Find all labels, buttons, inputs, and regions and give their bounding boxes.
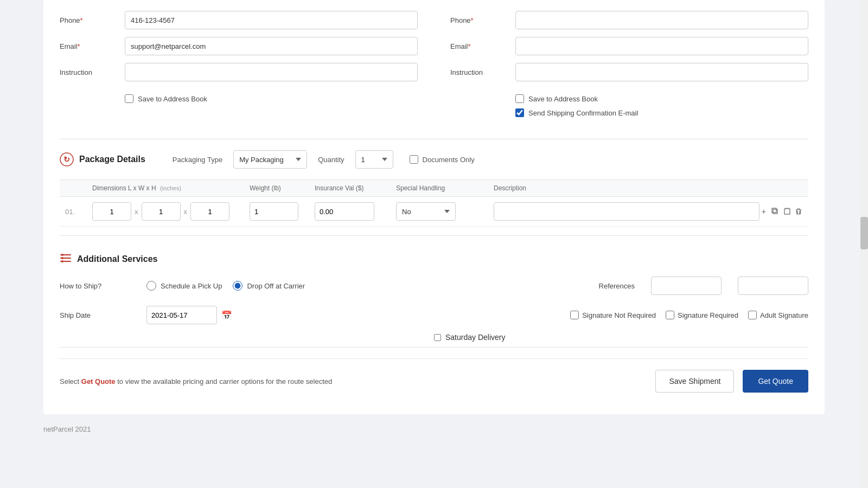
calendar-icon[interactable]: 📅 bbox=[221, 310, 232, 320]
col-insurance: Insurance Val ($) bbox=[315, 184, 396, 192]
packaging-type-select[interactable]: My Packaging FedEx Box FedEx Envelope UP… bbox=[233, 150, 307, 169]
insurance-cell bbox=[315, 202, 396, 221]
send-confirmation-label[interactable]: Send Shipping Confirmation E-mail bbox=[528, 109, 638, 117]
description-cell bbox=[494, 202, 760, 221]
adult-signature-label[interactable]: Adult Signature bbox=[760, 311, 808, 319]
drop-off-label[interactable]: Drop Off at Carrier bbox=[247, 282, 305, 290]
package-table: Dimensions L x W x H (inches) Weight (lb… bbox=[60, 179, 808, 227]
insurance-input[interactable] bbox=[315, 202, 374, 221]
svg-point-12 bbox=[61, 260, 63, 262]
divider-3 bbox=[60, 347, 808, 348]
scrollbar-track[interactable] bbox=[860, 0, 868, 488]
saturday-delivery-label[interactable]: Saturday Delivery bbox=[445, 333, 506, 342]
weight-input[interactable] bbox=[250, 202, 298, 221]
how-to-ship-group: Schedule a Pick Up Drop Off at Carrier bbox=[146, 281, 305, 291]
svg-text:↻: ↻ bbox=[63, 155, 70, 164]
additional-icon bbox=[60, 252, 72, 266]
left-save-address-label[interactable]: Save to Address Book bbox=[138, 95, 207, 103]
paste-row-button[interactable] bbox=[783, 204, 792, 219]
svg-rect-2 bbox=[773, 209, 777, 214]
documents-only-checkbox[interactable] bbox=[410, 155, 418, 164]
signature-not-required-checkbox[interactable] bbox=[570, 311, 579, 319]
table-row: 01. x x No Yes bbox=[60, 197, 808, 227]
row-actions: + bbox=[760, 204, 803, 219]
svg-point-11 bbox=[61, 257, 63, 259]
additional-services-header: Additional Services bbox=[60, 252, 808, 266]
col-dimensions: Dimensions L x W x H (inches) bbox=[92, 184, 250, 192]
schedule-pickup-label[interactable]: Schedule a Pick Up bbox=[161, 282, 222, 290]
adult-signature-checkbox[interactable] bbox=[748, 311, 757, 319]
dimensions-cell: x x bbox=[92, 202, 250, 221]
right-phone-label: Phone* bbox=[450, 16, 515, 24]
right-checkboxes: Save to Address Book Send Shipping Confi… bbox=[450, 89, 808, 123]
save-shipment-button[interactable]: Save Shipment bbox=[655, 370, 734, 393]
right-phone-input[interactable] bbox=[515, 11, 808, 29]
divider-1 bbox=[60, 139, 808, 139]
right-email-input[interactable] bbox=[515, 37, 808, 55]
ship-date-group: 📅 bbox=[146, 306, 232, 324]
right-save-address-label[interactable]: Save to Address Book bbox=[528, 95, 598, 103]
reference1-input[interactable] bbox=[651, 277, 722, 295]
left-email-input[interactable] bbox=[125, 37, 418, 55]
left-phone-label: Phone* bbox=[60, 16, 125, 24]
copy-row-button[interactable] bbox=[771, 204, 780, 219]
right-phone-row: Phone* bbox=[450, 11, 808, 29]
bottom-bar: Select Get Quote to view the available p… bbox=[60, 358, 808, 393]
get-quote-info-link[interactable]: Get Quote bbox=[81, 377, 116, 386]
left-save-address-checkbox[interactable] bbox=[125, 94, 133, 103]
footer-brand: netParcel bbox=[43, 425, 73, 433]
svg-point-10 bbox=[61, 254, 63, 256]
schedule-pickup-radio[interactable] bbox=[146, 281, 156, 291]
saturday-delivery-checkbox[interactable] bbox=[434, 334, 441, 341]
col-actions bbox=[760, 184, 803, 192]
right-instruction-row: Instruction bbox=[450, 63, 808, 81]
left-instruction-input[interactable] bbox=[125, 63, 418, 81]
get-quote-button[interactable]: Get Quote bbox=[743, 370, 808, 393]
package-details-title: Package Details bbox=[79, 155, 145, 164]
how-to-ship-label: How to Ship? bbox=[60, 282, 146, 290]
length-input[interactable] bbox=[92, 202, 131, 221]
svg-rect-3 bbox=[772, 208, 776, 213]
signature-required-label[interactable]: Signature Required bbox=[678, 311, 738, 319]
right-email-row: Email* bbox=[450, 37, 808, 55]
special-handling-select[interactable]: No Yes bbox=[396, 202, 456, 221]
row-number: 01. bbox=[65, 208, 92, 216]
ship-date-input[interactable] bbox=[146, 306, 217, 324]
description-input[interactable] bbox=[494, 202, 760, 221]
package-icon: ↻ bbox=[60, 152, 74, 166]
col-num bbox=[65, 184, 92, 192]
quantity-label: Quantity bbox=[318, 156, 344, 164]
special-handling-cell: No Yes bbox=[396, 202, 494, 221]
left-instruction-row: Instruction bbox=[60, 63, 418, 81]
left-instruction-label: Instruction bbox=[60, 68, 125, 76]
send-confirmation-checkbox[interactable] bbox=[515, 108, 524, 117]
scrollbar-thumb[interactable] bbox=[860, 217, 868, 249]
col-special-handling: Special Handling bbox=[396, 184, 494, 192]
left-phone-input[interactable] bbox=[125, 11, 418, 29]
right-email-label: Email* bbox=[450, 42, 515, 50]
x-sep-1: x bbox=[135, 208, 138, 216]
left-save-address-row: Save to Address Book bbox=[60, 89, 418, 108]
footer: netParcel 2021 bbox=[0, 414, 868, 444]
signature-required-checkbox[interactable] bbox=[666, 311, 674, 319]
packaging-type-label: Packaging Type bbox=[173, 156, 222, 164]
add-row-button[interactable]: + bbox=[760, 204, 768, 219]
ship-date-label: Ship Date bbox=[60, 311, 146, 319]
drop-off-radio[interactable] bbox=[233, 281, 242, 291]
documents-only-label[interactable]: Documents Only bbox=[423, 156, 475, 164]
signature-group: Signature Not Required Signature Require… bbox=[570, 311, 808, 319]
footer-year: 2021 bbox=[75, 425, 91, 433]
right-instruction-label: Instruction bbox=[450, 68, 515, 76]
references-group: References bbox=[599, 277, 808, 295]
x-sep-2: x bbox=[184, 208, 188, 216]
reference2-input[interactable] bbox=[738, 277, 808, 295]
quantity-select[interactable]: 1 2 3 4 5 bbox=[355, 150, 393, 169]
height-input[interactable] bbox=[190, 202, 229, 221]
additional-services-title: Additional Services bbox=[77, 254, 158, 264]
right-save-address-checkbox[interactable] bbox=[515, 94, 524, 103]
right-instruction-input[interactable] bbox=[515, 63, 808, 81]
width-input[interactable] bbox=[142, 202, 181, 221]
delete-row-button[interactable] bbox=[795, 204, 803, 219]
additional-services-section: Additional Services How to Ship? Schedul… bbox=[60, 252, 808, 342]
signature-not-required-label[interactable]: Signature Not Required bbox=[582, 311, 656, 319]
